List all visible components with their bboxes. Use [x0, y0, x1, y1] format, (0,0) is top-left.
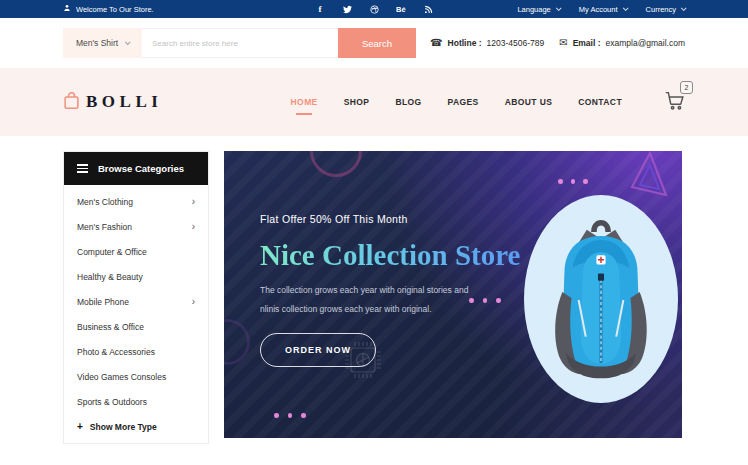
my-account-label: My Account — [579, 5, 618, 14]
cart-icon — [664, 97, 685, 114]
browse-categories-header[interactable]: Browse Categories — [64, 152, 208, 185]
nav-shop[interactable]: SHOP — [344, 97, 370, 107]
hero-offer-text: Flat Offer 50% Off This Month — [260, 213, 520, 225]
main-header: BOLLI HOME SHOP BLOG PAGES ABOUT US CONT… — [0, 68, 748, 136]
hotline: ☎ Hotline : 1203-4506-789 — [430, 38, 544, 48]
search-button[interactable]: Search — [338, 28, 416, 58]
plus-icon: + — [77, 421, 83, 432]
chevron-right-icon: › — [192, 222, 195, 232]
welcome-message: Welcome To Our Store. — [63, 4, 154, 14]
page: Welcome To Our Store. f Bé Language My A… — [0, 0, 748, 465]
chevron-down-icon — [556, 5, 562, 11]
email-icon: ✉ — [559, 38, 567, 48]
my-account-menu[interactable]: My Account — [579, 5, 627, 14]
rss-icon[interactable] — [423, 4, 433, 14]
category-select-value: Men's Shirt — [76, 38, 118, 48]
language-label: Language — [517, 5, 550, 14]
sidebar-item-label: Healthy & Beauty — [77, 272, 143, 282]
hotline-number: 1203-4506-789 — [487, 38, 545, 48]
chevron-down-icon — [125, 39, 131, 45]
sidebar-item-label: Men's Fashion — [77, 222, 132, 232]
hotline-label: Hotline : — [448, 38, 482, 48]
main-nav: HOME SHOP BLOG PAGES ABOUT US CONTACT — [291, 97, 622, 107]
order-now-button[interactable]: ORDER NOW — [260, 333, 376, 367]
facebook-icon[interactable]: f — [315, 4, 325, 14]
topbar-menus: Language My Account Currency — [517, 5, 685, 14]
main-content: Browse Categories Men's Clothing › Men's… — [0, 136, 748, 444]
sidebar-item-label: Photo & Accessories — [77, 347, 155, 357]
email-label: Email : — [573, 38, 601, 48]
logo-text: BOLLI — [86, 92, 162, 112]
nav-about-us[interactable]: ABOUT US — [505, 97, 553, 107]
show-more-type-button[interactable]: + Show More Type — [64, 414, 208, 439]
nav-blog[interactable]: BLOG — [395, 97, 421, 107]
twitter-icon[interactable] — [342, 4, 352, 14]
search-bar-row: Men's Shirt Search ☎ Hotline : 1203-4506… — [0, 18, 748, 68]
sidebar-item-mens-clothing[interactable]: Men's Clothing › — [64, 189, 208, 214]
hero-banner: Flat Offer 50% Off This Month Nice Colle… — [224, 151, 682, 438]
hero-title: Nice Collection Store — [260, 237, 520, 273]
sidebar-item-healthy-beauty[interactable]: Healthy & Beauty — [64, 264, 208, 289]
nav-pages[interactable]: PAGES — [448, 97, 479, 107]
sidebar-item-sports-outdoors[interactable]: Sports & Outdoors — [64, 389, 208, 414]
sidebar-item-label: Mobile Phone — [77, 297, 129, 307]
currency-label: Currency — [646, 5, 676, 14]
email: ✉ Email : exampla@gmail.com — [559, 38, 685, 48]
hamburger-icon — [77, 164, 88, 173]
sidebar-item-label: Sports & Outdoors — [77, 397, 147, 407]
search-group: Men's Shirt Search — [63, 28, 416, 58]
sidebar-item-computer-office[interactable]: Computer & Office — [64, 239, 208, 264]
nav-home[interactable]: HOME — [291, 97, 318, 107]
chevron-down-icon — [622, 5, 628, 11]
sidebar-item-photo-accessories[interactable]: Photo & Accessories — [64, 339, 208, 364]
logo[interactable]: BOLLI — [63, 91, 162, 114]
sidebar-item-label: Business & Office — [77, 322, 144, 332]
chevron-right-icon: › — [192, 297, 195, 307]
sidebar-item-mobile-phone[interactable]: Mobile Phone › — [64, 289, 208, 314]
category-list: Men's Clothing › Men's Fashion › Compute… — [64, 185, 208, 443]
sidebar-item-mens-fashion[interactable]: Men's Fashion › — [64, 214, 208, 239]
chevron-down-icon — [681, 5, 687, 11]
sidebar-item-label: Computer & Office — [77, 247, 147, 257]
nav-contact[interactable]: CONTACT — [578, 97, 622, 107]
cart-button[interactable]: 2 — [664, 90, 685, 115]
social-links: f Bé — [315, 4, 433, 14]
hero-description: The collection grows each year with orig… — [260, 281, 520, 319]
cart-count-badge: 2 — [680, 81, 693, 94]
currency-menu[interactable]: Currency — [646, 5, 685, 14]
category-select[interactable]: Men's Shirt — [63, 28, 142, 58]
welcome-text: Welcome To Our Store. — [76, 5, 154, 14]
hero-description-line2: nlinis collection grows each year with o… — [260, 304, 432, 314]
contact-info: ☎ Hotline : 1203-4506-789 ✉ Email : exam… — [430, 38, 685, 48]
product-image-backdrop — [524, 195, 678, 403]
behance-icon[interactable]: Bé — [396, 4, 406, 14]
hero-content: Flat Offer 50% Off This Month Nice Colle… — [260, 213, 520, 367]
dots-decoration — [558, 179, 588, 184]
topbar: Welcome To Our Store. f Bé Language My A… — [0, 0, 748, 18]
search-input[interactable] — [142, 28, 338, 58]
dribbble-icon[interactable] — [369, 4, 379, 14]
backpack-image — [540, 211, 662, 387]
carousel-dots[interactable] — [274, 413, 306, 418]
sidebar-item-business-office[interactable]: Business & Office — [64, 314, 208, 339]
shopping-bag-icon — [63, 91, 80, 114]
sidebar-item-label: Men's Clothing — [77, 197, 133, 207]
chevron-right-icon: › — [192, 197, 195, 207]
show-more-label: Show More Type — [90, 422, 157, 432]
categories-sidebar: Browse Categories Men's Clothing › Men's… — [63, 151, 209, 444]
email-address: exampla@gmail.com — [606, 38, 686, 48]
sidebar-item-label: Video Games Consoles — [77, 372, 166, 382]
language-menu[interactable]: Language — [517, 5, 559, 14]
sidebar-title: Browse Categories — [98, 163, 184, 174]
phone-icon: ☎ — [430, 38, 442, 48]
hero-description-line1: The collection grows each year with orig… — [260, 285, 468, 295]
sidebar-item-video-games-consoles[interactable]: Video Games Consoles — [64, 364, 208, 389]
user-icon — [63, 4, 71, 14]
